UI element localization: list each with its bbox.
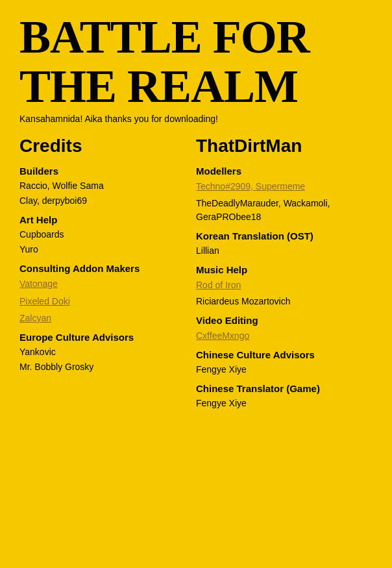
right-column-sections: ModellersTechno#2909, SupermemeTheDeadly… bbox=[196, 166, 360, 410]
section-link[interactable]: Rod of Iron bbox=[196, 278, 360, 292]
section-item: Cupboards bbox=[19, 228, 183, 241]
section-item: Mr. Bobbly Grosky bbox=[19, 360, 183, 374]
section-header: Europe Culture Advisors bbox=[19, 332, 183, 343]
right-column-heading: ThatDirtMan bbox=[196, 136, 360, 156]
section-item: Yankovic bbox=[19, 345, 183, 359]
subtitle: Kansahamnida! Aika thanks you for downlo… bbox=[19, 114, 373, 124]
section-header: Art Help bbox=[19, 214, 183, 225]
section-link[interactable]: Pixeled Doki bbox=[19, 294, 183, 308]
section-header: Modellers bbox=[196, 166, 360, 177]
right-column: ThatDirtMan ModellersTechno#2909, Superm… bbox=[196, 136, 373, 412]
section-item: Riciardeus Mozartovich bbox=[196, 295, 360, 308]
title-section: BATTLE FOR THE REALM Kansahamnida! Aika … bbox=[19, 13, 373, 124]
main-title: BATTLE FOR THE REALM bbox=[19, 13, 373, 111]
section-header: Korean Translation (OST) bbox=[196, 230, 360, 241]
credits-container: Credits BuildersRaccio, Wolfie SamaClay,… bbox=[19, 136, 373, 412]
section-link[interactable]: Zalcyan bbox=[19, 311, 183, 325]
section-item: Yuro bbox=[19, 243, 183, 256]
section-header: Builders bbox=[19, 166, 183, 177]
section-header: Chinese Culture Advisors bbox=[196, 349, 360, 360]
section-link[interactable]: CxffeeMxngo bbox=[196, 328, 360, 343]
left-column: Credits BuildersRaccio, Wolfie SamaClay,… bbox=[19, 136, 196, 412]
left-column-heading: Credits bbox=[19, 136, 183, 156]
section-header: Consulting Addon Makers bbox=[19, 263, 183, 274]
section-link[interactable]: Vatonage bbox=[19, 277, 183, 291]
section-header: Chinese Translator (Game) bbox=[196, 383, 360, 394]
section-link[interactable]: Techno#2909, Supermeme bbox=[196, 179, 360, 193]
section-item: Fengye Xiye bbox=[196, 363, 360, 377]
section-item: Fengye Xiye bbox=[196, 397, 360, 410]
section-item: Lillian bbox=[196, 244, 360, 258]
section-header: Music Help bbox=[196, 264, 360, 275]
section-item: Raccio, Wolfie Sama bbox=[19, 179, 183, 193]
section-item: Clay, derpyboi69 bbox=[19, 194, 183, 208]
section-header: Video Editing bbox=[196, 315, 360, 326]
left-column-sections: BuildersRaccio, Wolfie SamaClay, derpybo… bbox=[19, 166, 183, 374]
section-item: TheDeadlyMarauder, Wackamoli, GeraPRObee… bbox=[196, 197, 360, 224]
